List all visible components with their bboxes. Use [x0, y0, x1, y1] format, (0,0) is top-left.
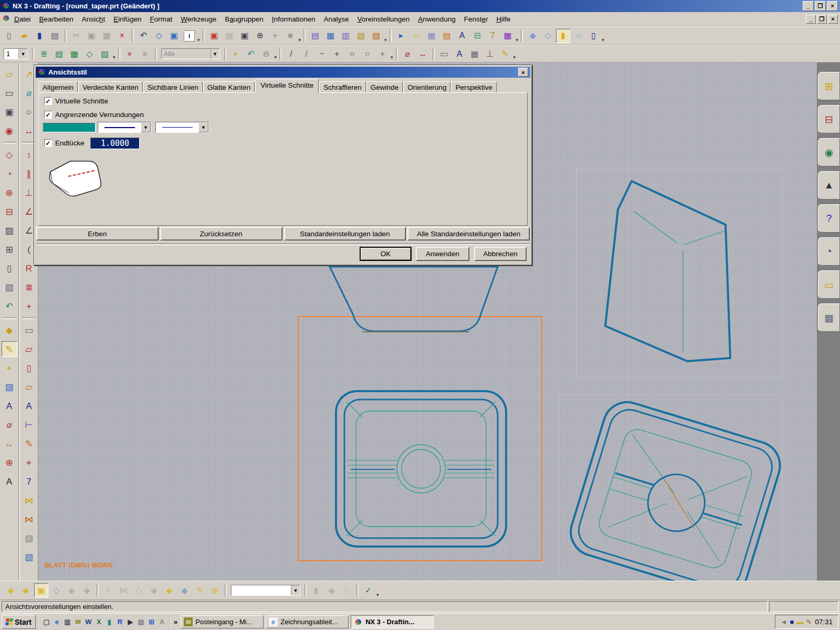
circle-icon[interactable]: ○ [345, 47, 359, 61]
training-tab[interactable]: ▲ [818, 171, 840, 200]
zoom-box-icon[interactable]: ▣ [238, 29, 252, 43]
section-view-icon[interactable]: ◇ [2, 147, 17, 163]
notes-icon[interactable]: ▬ [796, 618, 803, 626]
layer-category-icon[interactable]: ▦ [67, 47, 81, 61]
menu-informationen[interactable]: Informationen [268, 14, 320, 25]
sheet-format-icon[interactable]: ▤ [308, 29, 322, 43]
toolbar-overflow-icon[interactable]: ▾ [384, 37, 387, 45]
drafting-preferences-icon[interactable]: ⌖ [2, 360, 17, 376]
symbol-edit-icon[interactable]: ✎ [498, 47, 512, 61]
copy-icon[interactable]: ▣ [85, 29, 99, 43]
wave-link-icon[interactable]: ✎ [193, 583, 207, 597]
menu-bearbeiten[interactable]: Bearbeiten [35, 14, 78, 25]
print-icon[interactable]: ▤ [48, 29, 62, 43]
id-symbol-icon[interactable]: 7 [21, 474, 37, 489]
zoom-in-out-icon[interactable]: ⊕ [253, 29, 267, 43]
open-component-icon[interactable]: ▣ [34, 583, 48, 597]
deselect-all-icon[interactable]: ↶ [244, 47, 258, 61]
volume-icon[interactable]: ◄ [781, 618, 788, 626]
revolved-section-icon[interactable]: ⊕ [2, 185, 17, 201]
line-icon[interactable]: / [284, 47, 298, 61]
ql-my-computer-icon[interactable]: ▥ [63, 617, 72, 626]
ql-desktop-icon[interactable]: ▢ [42, 617, 51, 626]
shaded-view-icon[interactable]: ■ [284, 29, 298, 43]
new-parent-icon[interactable]: ◆ [162, 583, 176, 597]
explosions-icon[interactable]: ◆ [4, 583, 18, 597]
modeling-app-icon[interactable]: ◆ [526, 29, 540, 43]
sort-table-icon[interactable]: ▨ [369, 29, 383, 43]
assembly-navigator-tab[interactable]: ⊞ [818, 72, 840, 100]
note-pad-icon[interactable]: ▱ [410, 29, 424, 43]
hatch-icon[interactable]: ▧ [21, 549, 37, 565]
component-set-icon[interactable]: ◇ [49, 583, 64, 597]
ordinate-dimension-icon[interactable]: + [21, 298, 37, 314]
margins-icon[interactable]: ↔ [2, 436, 17, 452]
move-component-icon[interactable]: ◆ [65, 583, 79, 597]
edit-table-icon[interactable]: ▧ [354, 29, 368, 43]
information-icon[interactable]: i [184, 30, 195, 41]
view-boundary-icon[interactable]: ▯ [21, 360, 37, 376]
toolbar-overflow-icon[interactable]: ▾ [391, 55, 393, 62]
general-filter-icon[interactable]: ⌖ [229, 47, 243, 61]
adjacent-blends-checkbox[interactable]: ✓ [44, 111, 52, 119]
undo-icon[interactable]: ↶ [136, 29, 151, 43]
fillet-curve-icon[interactable]: ~ [314, 47, 329, 61]
leader-icon[interactable]: ✎ [21, 436, 37, 452]
surface-finish-icon[interactable]: ⋈ [21, 511, 37, 527]
origin-tool-icon[interactable]: ⊕ [2, 455, 17, 470]
document-icon[interactable] [2, 14, 10, 24]
point-to-point-section-icon[interactable]: ⊟ [2, 204, 17, 219]
zur-cksetzen-button[interactable]: Zurücksetzen [160, 227, 282, 240]
new-sheet-icon[interactable]: ▱ [2, 66, 17, 82]
new-icon[interactable]: ▯ [2, 29, 16, 43]
rotate-view-icon[interactable]: ◇ [152, 29, 166, 43]
menu-datei[interactable]: Datei [10, 14, 35, 25]
delete-icon[interactable]: × [115, 29, 129, 43]
add-component-icon[interactable]: + [101, 583, 116, 597]
part-navigator-tab[interactable]: ⊟ [818, 105, 840, 133]
menu-anwendung[interactable]: Anwendung [414, 14, 459, 25]
section-line-icon[interactable]: ▭ [21, 322, 37, 338]
linear-dimension-icon[interactable]: ↔ [416, 47, 430, 61]
wcs-dynamics-icon[interactable]: ⌖ [123, 47, 137, 61]
layer-combo[interactable]: 1▼ [4, 48, 28, 59]
assemblies-app-icon[interactable]: ◇ [541, 29, 555, 43]
broken-section-icon[interactable]: ▧ [2, 279, 17, 295]
merge-cells-icon[interactable]: ▤ [440, 29, 454, 43]
ring-icon[interactable]: ○ [340, 583, 354, 597]
radial-dimension-icon[interactable]: ⌀ [401, 47, 415, 61]
save-icon[interactable]: ▮ [33, 29, 47, 43]
ql-gray-app-icon[interactable]: ▨ [136, 617, 145, 626]
corner-icon[interactable]: ⊥ [483, 47, 497, 61]
ql-internet-explorer-icon[interactable]: e [52, 617, 61, 626]
dialog-tab-orientierung[interactable]: Orientierung [403, 81, 450, 93]
rotate-component-icon[interactable]: ◇ [132, 583, 146, 597]
dialog-close-button[interactable]: × [518, 68, 528, 77]
drafting-app-icon[interactable]: ▮ [556, 29, 570, 43]
tabular-note-icon[interactable]: ▦ [323, 29, 338, 43]
projected-view-icon[interactable]: ▣ [2, 104, 17, 120]
menu-baugruppen[interactable]: Baugruppen [220, 14, 268, 25]
dialog-tab-virtuelle-schnitte[interactable]: Virtuelle Schnitte [255, 79, 319, 93]
toolbar-overflow-icon[interactable]: ▾ [299, 37, 301, 45]
parts-list-icon[interactable]: ▥ [339, 29, 353, 43]
mate-component-icon[interactable]: ◆ [80, 583, 94, 597]
end-gap-value-field[interactable]: 1.0000 [90, 138, 140, 149]
wave-editor-icon[interactable]: ⊕ [208, 583, 222, 597]
align-view-icon[interactable]: ⊞ [2, 242, 17, 257]
inferred-line-icon[interactable]: / [299, 47, 313, 61]
text-icon[interactable]: A [453, 47, 467, 61]
network-icon[interactable]: ■ [790, 618, 794, 626]
target-point-icon[interactable]: ⌖ [21, 455, 37, 470]
sheet-app-icon[interactable]: ▱ [571, 29, 585, 43]
toolbar-overflow-icon[interactable]: ▾ [513, 55, 516, 62]
ql-app-teal-icon[interactable]: ▮ [105, 617, 114, 626]
menu-format[interactable]: Format [145, 14, 176, 25]
task-browser[interactable]: eZeichnungsableit... [266, 615, 349, 628]
half-section-view-icon[interactable]: ◔ [2, 166, 17, 182]
replace-component-icon[interactable]: ⋈ [117, 583, 131, 597]
base-view-icon[interactable]: ▭ [2, 85, 17, 101]
help-tab[interactable]: ? [818, 204, 840, 233]
thickness-dimension-icon[interactable]: ≣ [21, 279, 37, 295]
exit-app-icon[interactable]: ▯ [586, 29, 601, 43]
